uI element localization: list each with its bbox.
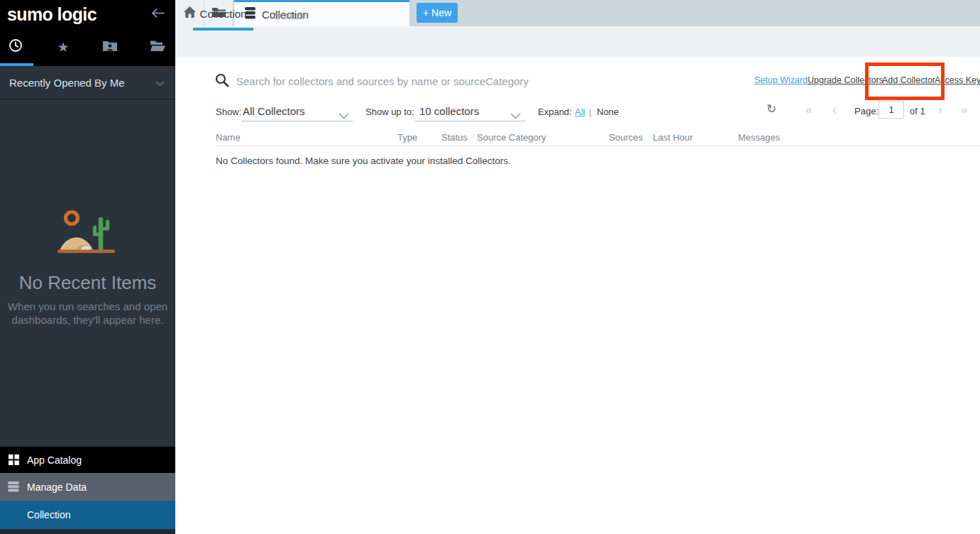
no-recent-items-title: No Recent Items	[0, 272, 175, 294]
menu-label: Manage Data	[27, 481, 87, 493]
arrow-left-icon	[151, 8, 165, 21]
last-page-icon[interactable]: »	[961, 104, 967, 116]
empty-table-message: No Collectors found. Make sure you activ…	[216, 156, 511, 166]
caption-line-1: When you run searches and open	[0, 300, 175, 313]
next-page-icon[interactable]: ›	[938, 104, 942, 116]
sidebar-next-row-edge	[0, 529, 175, 534]
tab-status-label: Status	[274, 9, 304, 21]
expand-label: Expand:	[538, 107, 572, 117]
menu-label: App Catalog	[27, 454, 82, 466]
sidebar: sumo logic ★ Recently Opened By Me	[0, 0, 175, 534]
previous-page-icon[interactable]: ‹	[832, 104, 836, 116]
screen: sumo logic ★ Recently Opened By Me	[0, 0, 980, 534]
search-input[interactable]	[235, 72, 699, 90]
access-keys-link[interactable]: Access Keys	[935, 75, 980, 85]
column-header-name[interactable]: Name	[216, 132, 241, 143]
show-up-to-label: Show up to:	[365, 107, 414, 117]
menu-label: Collection	[27, 509, 70, 521]
no-recent-items-caption: When you run searches and open dashboard…	[0, 300, 175, 327]
recent-filter-label: Recently Opened By Me	[9, 77, 125, 89]
page-count-label: of 1	[910, 106, 925, 116]
add-collector-link[interactable]: Add Collector	[882, 75, 935, 85]
expand-all-link[interactable]: All	[575, 107, 585, 117]
setup-wizard-link[interactable]: Setup Wizard	[754, 75, 808, 85]
sidebar-item-manage-data[interactable]: Manage Data	[0, 473, 175, 501]
recent-filter-dropdown[interactable]: Recently Opened By Me	[0, 66, 175, 99]
chevron-down-icon	[155, 77, 165, 89]
first-page-icon[interactable]: «	[805, 104, 811, 116]
subtab-bar	[175, 26, 980, 57]
grid-icon	[7, 454, 20, 465]
show-up-to-underline	[415, 121, 525, 121]
search-icon	[215, 73, 229, 90]
table-header-divider	[216, 146, 980, 146]
caption-line-2: dashboards, they'll appear here.	[0, 313, 175, 327]
sidebar-item-app-catalog[interactable]: App Catalog	[0, 447, 175, 473]
column-header-last-hour[interactable]: Last Hour	[653, 132, 693, 143]
collapse-sidebar-button[interactable]	[146, 6, 169, 22]
page-label: Page:	[854, 106, 879, 116]
open-folder-icon	[150, 40, 165, 54]
tab-collection-document[interactable]: Collection	[234, 0, 409, 26]
show-filter-label: Show:	[216, 107, 241, 117]
chevron-down-icon[interactable]	[510, 109, 521, 122]
tab-collection[interactable]: Collection	[193, 0, 253, 31]
show-up-to-dropdown[interactable]: 10 collectors	[419, 105, 479, 117]
refresh-icon[interactable]: ↻	[766, 103, 776, 115]
page-number-input[interactable]	[879, 101, 904, 119]
tab-collection-label: Collection	[200, 8, 247, 20]
column-header-messages[interactable]: Messages	[738, 132, 780, 143]
new-button-label: + New	[423, 7, 451, 18]
tab-status[interactable]: Status	[264, 0, 314, 31]
main-area: Collection + New Collection Status Setup…	[175, 0, 980, 534]
star-icon: ★	[57, 40, 69, 54]
column-header-type[interactable]: Type	[397, 132, 417, 143]
expand-divider: |	[589, 107, 591, 117]
sidebar-item-collection-selected[interactable]: Collection	[0, 501, 175, 529]
show-filter-underline	[241, 121, 353, 121]
clock-icon	[9, 38, 23, 55]
column-header-status[interactable]: Status	[441, 132, 468, 143]
column-header-source-category[interactable]: Source Category	[477, 132, 546, 143]
sidebar-tab-favorites[interactable]: ★	[49, 36, 77, 58]
chevron-down-icon[interactable]	[338, 109, 349, 122]
sumo-logic-logo: sumo logic	[7, 4, 97, 25]
folder-user-icon	[103, 40, 117, 54]
sidebar-tab-library[interactable]	[143, 36, 172, 58]
sidebar-tab-recents[interactable]	[1, 36, 30, 58]
desert-empty-state-illustration	[49, 208, 127, 258]
upgrade-collectors-link[interactable]: Upgrade Collectors	[808, 75, 883, 85]
column-header-sources[interactable]: Sources	[609, 132, 643, 143]
database-icon	[7, 481, 20, 492]
expand-none-link[interactable]: None	[597, 107, 619, 117]
new-tab-button[interactable]: + New	[417, 3, 458, 23]
sidebar-tab-shared-content[interactable]	[96, 36, 124, 58]
show-filter-dropdown[interactable]: All Collectors	[243, 105, 305, 117]
